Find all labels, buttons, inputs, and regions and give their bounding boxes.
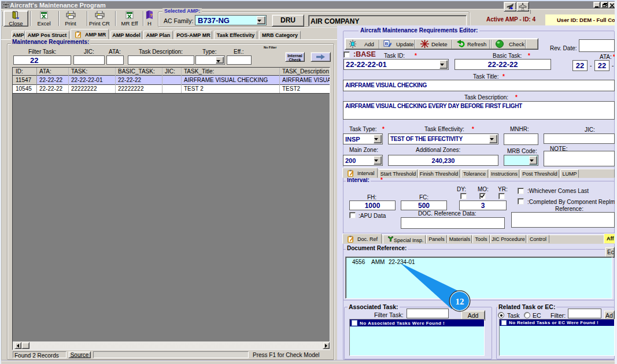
- svg-text:?: ?: [150, 13, 153, 18]
- svg-text:12: 12: [456, 297, 464, 306]
- svg-text:B: B: [385, 41, 388, 46]
